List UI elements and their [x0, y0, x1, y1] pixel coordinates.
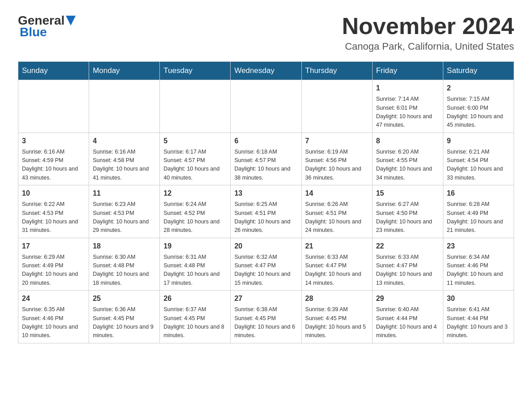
day-number: 5	[163, 136, 227, 146]
calendar-cell	[231, 80, 301, 133]
cell-content: 2Sunrise: 7:15 AM Sunset: 6:00 PM Daylig…	[447, 83, 510, 130]
day-info: Sunrise: 6:28 AM Sunset: 4:49 PM Dayligh…	[447, 200, 510, 235]
day-info: Sunrise: 6:24 AM Sunset: 4:52 PM Dayligh…	[163, 200, 227, 235]
day-number: 2	[447, 83, 510, 94]
calendar-cell: 9Sunrise: 6:21 AM Sunset: 4:54 PM Daylig…	[443, 133, 514, 185]
cell-content: 13Sunrise: 6:25 AM Sunset: 4:51 PM Dayli…	[234, 188, 297, 235]
day-number: 14	[305, 188, 369, 199]
cell-content: 7Sunrise: 6:19 AM Sunset: 4:56 PM Daylig…	[305, 136, 369, 183]
cell-content: 1Sunrise: 7:14 AM Sunset: 6:01 PM Daylig…	[376, 83, 439, 130]
day-info: Sunrise: 6:25 AM Sunset: 4:51 PM Dayligh…	[234, 200, 297, 235]
day-info: Sunrise: 6:27 AM Sunset: 4:50 PM Dayligh…	[376, 200, 439, 235]
day-number: 22	[376, 241, 439, 252]
calendar-cell: 13Sunrise: 6:25 AM Sunset: 4:51 PM Dayli…	[231, 185, 301, 238]
calendar-cell: 12Sunrise: 6:24 AM Sunset: 4:52 PM Dayli…	[160, 185, 231, 238]
cell-content: 18Sunrise: 6:30 AM Sunset: 4:48 PM Dayli…	[93, 241, 156, 288]
calendar-cell	[160, 80, 231, 133]
cell-content: 12Sunrise: 6:24 AM Sunset: 4:52 PM Dayli…	[163, 188, 227, 235]
day-info: Sunrise: 6:33 AM Sunset: 4:47 PM Dayligh…	[305, 253, 369, 288]
day-number: 29	[376, 293, 439, 304]
cell-content: 27Sunrise: 6:38 AM Sunset: 4:45 PM Dayli…	[234, 293, 297, 340]
day-info: Sunrise: 6:34 AM Sunset: 4:46 PM Dayligh…	[447, 253, 510, 288]
day-info: Sunrise: 6:32 AM Sunset: 4:47 PM Dayligh…	[234, 253, 297, 288]
day-number: 17	[22, 241, 85, 252]
cell-content: 4Sunrise: 6:16 AM Sunset: 4:58 PM Daylig…	[93, 136, 156, 183]
day-number: 27	[234, 293, 297, 304]
day-number: 13	[234, 188, 297, 199]
day-info: Sunrise: 6:33 AM Sunset: 4:47 PM Dayligh…	[376, 253, 439, 288]
day-number: 19	[163, 241, 227, 252]
day-info: Sunrise: 6:23 AM Sunset: 4:53 PM Dayligh…	[93, 200, 156, 235]
calendar-cell: 19Sunrise: 6:31 AM Sunset: 4:48 PM Dayli…	[160, 238, 231, 291]
cell-content: 24Sunrise: 6:35 AM Sunset: 4:46 PM Dayli…	[22, 293, 85, 340]
day-number: 20	[234, 241, 297, 252]
cell-content: 26Sunrise: 6:37 AM Sunset: 4:45 PM Dayli…	[163, 293, 227, 340]
day-info: Sunrise: 6:16 AM Sunset: 4:58 PM Dayligh…	[93, 148, 156, 183]
day-info: Sunrise: 6:37 AM Sunset: 4:45 PM Dayligh…	[163, 305, 227, 340]
cell-content: 28Sunrise: 6:39 AM Sunset: 4:45 PM Dayli…	[305, 293, 369, 340]
day-number: 6	[234, 136, 297, 146]
days-of-week-row: SundayMondayTuesdayWednesdayThursdayFrid…	[18, 62, 514, 80]
day-info: Sunrise: 6:41 AM Sunset: 4:44 PM Dayligh…	[447, 305, 510, 340]
day-number: 11	[93, 188, 156, 199]
logo-area: General Blue	[18, 13, 76, 39]
header-thursday: Thursday	[301, 62, 372, 80]
logo-triangle-icon	[66, 16, 76, 26]
cell-content: 25Sunrise: 6:36 AM Sunset: 4:45 PM Dayli…	[93, 293, 156, 340]
day-number: 3	[22, 136, 85, 146]
week-row-1: 1Sunrise: 7:14 AM Sunset: 6:01 PM Daylig…	[18, 80, 514, 133]
page-header: General Blue November 2024 Canoga Park, …	[18, 13, 514, 52]
day-info: Sunrise: 6:22 AM Sunset: 4:53 PM Dayligh…	[22, 200, 85, 235]
header-friday: Friday	[372, 62, 443, 80]
calendar-cell: 4Sunrise: 6:16 AM Sunset: 4:58 PM Daylig…	[89, 133, 160, 185]
cell-content: 11Sunrise: 6:23 AM Sunset: 4:53 PM Dayli…	[93, 188, 156, 235]
calendar-cell: 27Sunrise: 6:38 AM Sunset: 4:45 PM Dayli…	[231, 291, 301, 343]
calendar-cell: 22Sunrise: 6:33 AM Sunset: 4:47 PM Dayli…	[372, 238, 443, 291]
calendar-cell: 6Sunrise: 6:18 AM Sunset: 4:57 PM Daylig…	[231, 133, 301, 185]
calendar-table: SundayMondayTuesdayWednesdayThursdayFrid…	[18, 61, 514, 343]
day-number: 21	[305, 241, 369, 252]
day-number: 7	[305, 136, 369, 146]
logo-blue-text: Blue	[18, 25, 47, 39]
day-number: 8	[376, 136, 439, 146]
day-number: 10	[22, 188, 85, 199]
calendar-header: SundayMondayTuesdayWednesdayThursdayFrid…	[18, 62, 514, 80]
day-number: 12	[163, 188, 227, 199]
cell-content: 3Sunrise: 6:16 AM Sunset: 4:59 PM Daylig…	[22, 136, 85, 183]
calendar-body: 1Sunrise: 7:14 AM Sunset: 6:01 PM Daylig…	[18, 80, 514, 343]
day-number: 25	[93, 293, 156, 304]
day-info: Sunrise: 6:19 AM Sunset: 4:56 PM Dayligh…	[305, 148, 369, 183]
cell-content: 5Sunrise: 6:17 AM Sunset: 4:57 PM Daylig…	[163, 136, 227, 183]
calendar-cell: 3Sunrise: 6:16 AM Sunset: 4:59 PM Daylig…	[18, 133, 89, 185]
cell-content: 14Sunrise: 6:26 AM Sunset: 4:51 PM Dayli…	[305, 188, 369, 235]
cell-content: 8Sunrise: 6:20 AM Sunset: 4:55 PM Daylig…	[376, 136, 439, 183]
day-info: Sunrise: 6:18 AM Sunset: 4:57 PM Dayligh…	[234, 148, 297, 183]
cell-content: 9Sunrise: 6:21 AM Sunset: 4:54 PM Daylig…	[447, 136, 510, 183]
calendar-cell: 24Sunrise: 6:35 AM Sunset: 4:46 PM Dayli…	[18, 291, 89, 343]
week-row-4: 17Sunrise: 6:29 AM Sunset: 4:49 PM Dayli…	[18, 238, 514, 291]
calendar-cell: 29Sunrise: 6:40 AM Sunset: 4:44 PM Dayli…	[372, 291, 443, 343]
month-title: November 2024	[342, 13, 514, 39]
header-wednesday: Wednesday	[231, 62, 301, 80]
cell-content: 10Sunrise: 6:22 AM Sunset: 4:53 PM Dayli…	[22, 188, 85, 235]
svg-marker-0	[66, 16, 76, 26]
week-row-2: 3Sunrise: 6:16 AM Sunset: 4:59 PM Daylig…	[18, 133, 514, 185]
calendar-cell: 1Sunrise: 7:14 AM Sunset: 6:01 PM Daylig…	[372, 80, 443, 133]
day-info: Sunrise: 6:26 AM Sunset: 4:51 PM Dayligh…	[305, 200, 369, 235]
day-number: 1	[376, 83, 439, 94]
day-info: Sunrise: 6:21 AM Sunset: 4:54 PM Dayligh…	[447, 148, 510, 183]
calendar-cell	[18, 80, 89, 133]
calendar-cell: 8Sunrise: 6:20 AM Sunset: 4:55 PM Daylig…	[372, 133, 443, 185]
cell-content: 20Sunrise: 6:32 AM Sunset: 4:47 PM Dayli…	[234, 241, 297, 288]
calendar-cell	[301, 80, 372, 133]
calendar-cell: 10Sunrise: 6:22 AM Sunset: 4:53 PM Dayli…	[18, 185, 89, 238]
week-row-3: 10Sunrise: 6:22 AM Sunset: 4:53 PM Dayli…	[18, 185, 514, 238]
day-info: Sunrise: 6:36 AM Sunset: 4:45 PM Dayligh…	[93, 305, 156, 340]
day-number: 30	[447, 293, 510, 304]
cell-content: 17Sunrise: 6:29 AM Sunset: 4:49 PM Dayli…	[22, 241, 85, 288]
day-info: Sunrise: 6:38 AM Sunset: 4:45 PM Dayligh…	[234, 305, 297, 340]
cell-content: 22Sunrise: 6:33 AM Sunset: 4:47 PM Dayli…	[376, 241, 439, 288]
day-info: Sunrise: 6:40 AM Sunset: 4:44 PM Dayligh…	[376, 305, 439, 340]
cell-content: 30Sunrise: 6:41 AM Sunset: 4:44 PM Dayli…	[447, 293, 510, 340]
header-saturday: Saturday	[443, 62, 514, 80]
